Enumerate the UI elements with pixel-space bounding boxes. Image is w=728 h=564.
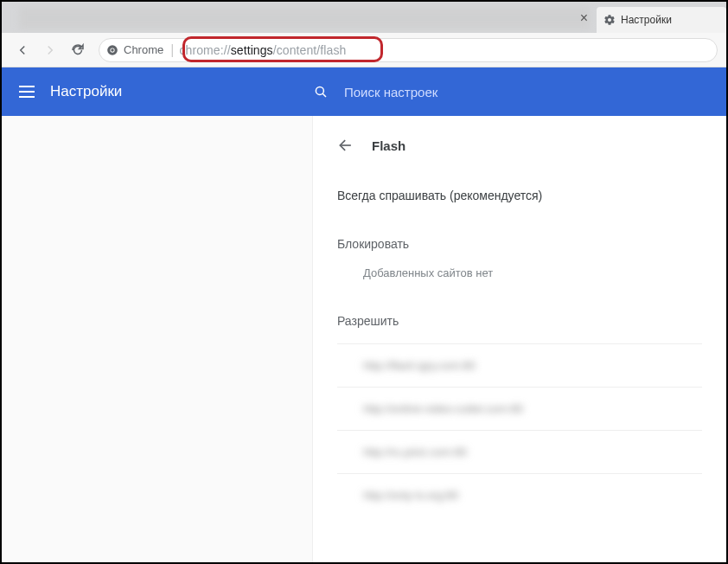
active-tab[interactable]: Настройки (597, 7, 726, 33)
gear-icon (603, 14, 616, 26)
background-tabs-blurred (19, 7, 590, 29)
default-behavior-label[interactable]: Всегда спрашивать (рекомендуется) (337, 189, 702, 202)
chrome-icon (106, 44, 118, 56)
tab-strip: × Настройки (2, 2, 726, 33)
settings-header: Настройки Поиск настроек (2, 67, 726, 116)
back-button[interactable] (10, 38, 35, 62)
chrome-label: Chrome (124, 43, 163, 56)
content: Flash Всегда спрашивать (рекомендуется) … (313, 116, 726, 562)
content-page-title: Flash (372, 138, 406, 153)
svg-point-2 (111, 48, 114, 52)
sidebar (2, 116, 313, 562)
search-icon (313, 84, 329, 99)
search-placeholder: Поиск настроек (344, 85, 437, 99)
url-text: chrome://settings/content/flash (179, 43, 346, 57)
active-tab-label: Настройки (621, 14, 672, 26)
forward-button (38, 38, 62, 62)
address-bar[interactable]: Chrome | chrome://settings/content/flash (99, 38, 718, 62)
tab-close-icon[interactable]: × (580, 10, 588, 26)
browser-toolbar: Chrome | chrome://settings/content/flash (2, 33, 726, 67)
svg-point-3 (316, 87, 323, 94)
allow-section-label: Разрешить (337, 314, 702, 328)
reload-button[interactable] (66, 38, 90, 62)
list-item[interactable]: http://ru.pixiz.com:80 (337, 430, 702, 473)
allowed-sites-list: http://flash.igry.com:80 http://online-v… (337, 343, 702, 516)
page-title: Настройки (50, 83, 122, 100)
main-area: Flash Всегда спрашивать (рекомендуется) … (2, 116, 726, 562)
list-item[interactable]: http://only-tv.org:80 (337, 473, 702, 516)
block-section-label: Блокировать (337, 237, 702, 251)
search-settings[interactable]: Поиск настроек (313, 84, 726, 99)
back-arrow-icon[interactable] (337, 137, 354, 154)
list-item[interactable]: http://online-video-cutter.com:80 (337, 387, 702, 430)
menu-icon[interactable] (19, 86, 35, 98)
list-item[interactable]: http://flash.igry.com:80 (337, 343, 702, 387)
block-empty-text: Добавленных сайтов нет (363, 266, 702, 279)
